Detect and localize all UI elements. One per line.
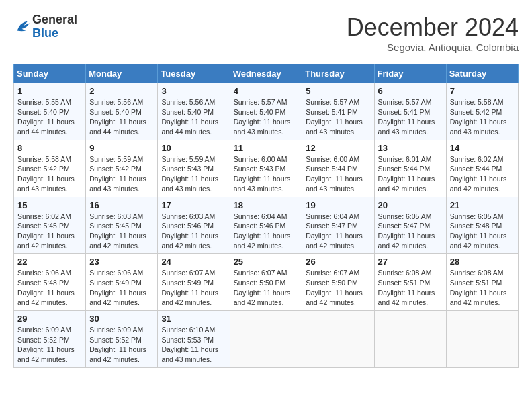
day-info: Sunrise: 6:05 AM Sunset: 5:48 PM Dayligh… [450,212,515,251]
calendar-cell: 10 Sunrise: 5:59 AM Sunset: 5:43 PM Dayl… [158,140,230,197]
day-info: Sunrise: 6:06 AM Sunset: 5:48 PM Dayligh… [17,268,82,308]
calendar-cell: 31 Sunrise: 6:10 AM Sunset: 5:53 PM Dayl… [158,311,230,368]
calendar-cell [374,311,446,368]
calendar-cell: 11 Sunrise: 6:00 AM Sunset: 5:43 PM Dayl… [230,140,302,197]
col-monday: Monday [86,64,158,83]
day-info: Sunrise: 6:09 AM Sunset: 5:52 PM Dayligh… [17,325,82,365]
calendar-cell: 24 Sunrise: 6:07 AM Sunset: 5:49 PM Dayl… [158,254,230,311]
calendar-week-row: 22 Sunrise: 6:06 AM Sunset: 5:48 PM Dayl… [14,254,519,311]
day-number: 13 [378,143,443,153]
calendar-cell: 6 Sunrise: 5:57 AM Sunset: 5:41 PM Dayli… [374,83,446,140]
calendar-cell: 19 Sunrise: 6:04 AM Sunset: 5:47 PM Dayl… [302,197,374,254]
day-number: 7 [450,86,515,96]
day-number: 20 [378,200,443,210]
logo-bird-icon [13,17,32,36]
calendar-cell [446,311,518,368]
day-info: Sunrise: 5:57 AM Sunset: 5:41 PM Dayligh… [378,97,443,137]
calendar-week-row: 15 Sunrise: 6:02 AM Sunset: 5:45 PM Dayl… [14,197,519,254]
day-number: 1 [17,86,82,96]
title-block: December 2024 Segovia, Antioquia, Colomb… [347,13,519,53]
day-number: 15 [17,200,82,210]
logo-general: General [32,13,77,27]
logo-text: General Blue [32,13,77,40]
calendar-cell: 13 Sunrise: 6:01 AM Sunset: 5:44 PM Dayl… [374,140,446,197]
day-info: Sunrise: 5:55 AM Sunset: 5:40 PM Dayligh… [17,97,82,137]
calendar-cell: 30 Sunrise: 6:09 AM Sunset: 5:52 PM Dayl… [86,311,158,368]
day-info: Sunrise: 5:59 AM Sunset: 5:42 PM Dayligh… [89,154,154,194]
calendar-cell: 27 Sunrise: 6:08 AM Sunset: 5:51 PM Dayl… [374,254,446,311]
col-thursday: Thursday [302,64,374,83]
calendar-cell: 26 Sunrise: 6:07 AM Sunset: 5:50 PM Dayl… [302,254,374,311]
day-info: Sunrise: 6:00 AM Sunset: 5:44 PM Dayligh… [306,154,370,194]
day-info: Sunrise: 6:00 AM Sunset: 5:43 PM Dayligh… [234,154,299,194]
calendar-cell: 28 Sunrise: 6:08 AM Sunset: 5:51 PM Dayl… [446,254,518,311]
day-info: Sunrise: 6:07 AM Sunset: 5:50 PM Dayligh… [306,268,370,308]
calendar-week-row: 8 Sunrise: 5:58 AM Sunset: 5:42 PM Dayli… [14,140,519,197]
month-title: December 2024 [347,13,519,42]
day-number: 21 [450,200,515,210]
day-number: 23 [89,257,154,267]
day-number: 16 [89,200,154,210]
calendar-week-row: 1 Sunrise: 5:55 AM Sunset: 5:40 PM Dayli… [14,83,519,140]
day-number: 19 [306,200,370,210]
day-info: Sunrise: 6:01 AM Sunset: 5:44 PM Dayligh… [378,154,443,194]
day-info: Sunrise: 6:08 AM Sunset: 5:51 PM Dayligh… [378,268,443,308]
day-number: 6 [378,86,443,96]
day-info: Sunrise: 6:03 AM Sunset: 5:46 PM Dayligh… [161,212,226,251]
calendar-cell [302,311,374,368]
day-number: 3 [161,86,226,96]
day-info: Sunrise: 6:09 AM Sunset: 5:52 PM Dayligh… [89,325,154,365]
day-number: 25 [234,257,299,267]
calendar-cell [230,311,302,368]
calendar-week-row: 29 Sunrise: 6:09 AM Sunset: 5:52 PM Dayl… [14,311,519,368]
logo: General Blue [13,13,77,40]
day-info: Sunrise: 5:57 AM Sunset: 5:41 PM Dayligh… [306,97,370,137]
calendar-cell: 15 Sunrise: 6:02 AM Sunset: 5:45 PM Dayl… [14,197,86,254]
day-info: Sunrise: 6:04 AM Sunset: 5:47 PM Dayligh… [306,212,370,251]
day-info: Sunrise: 5:57 AM Sunset: 5:40 PM Dayligh… [234,97,299,137]
day-number: 18 [234,200,299,210]
calendar-cell: 21 Sunrise: 6:05 AM Sunset: 5:48 PM Dayl… [446,197,518,254]
day-number: 5 [306,86,370,96]
calendar-cell: 12 Sunrise: 6:00 AM Sunset: 5:44 PM Dayl… [302,140,374,197]
col-sunday: Sunday [14,64,86,83]
calendar-cell: 20 Sunrise: 6:05 AM Sunset: 5:47 PM Dayl… [374,197,446,254]
day-number: 2 [89,86,154,96]
calendar-table: Sunday Monday Tuesday Wednesday Thursday… [13,64,519,368]
col-saturday: Saturday [446,64,518,83]
day-info: Sunrise: 5:59 AM Sunset: 5:43 PM Dayligh… [161,154,226,194]
day-number: 30 [89,314,154,324]
day-number: 9 [89,143,154,153]
day-info: Sunrise: 5:58 AM Sunset: 5:42 PM Dayligh… [450,97,515,137]
day-info: Sunrise: 6:03 AM Sunset: 5:45 PM Dayligh… [89,212,154,251]
col-wednesday: Wednesday [230,64,302,83]
day-info: Sunrise: 6:06 AM Sunset: 5:49 PM Dayligh… [89,268,154,308]
day-info: Sunrise: 5:58 AM Sunset: 5:42 PM Dayligh… [17,154,82,194]
calendar-cell: 7 Sunrise: 5:58 AM Sunset: 5:42 PM Dayli… [446,83,518,140]
calendar-cell: 25 Sunrise: 6:07 AM Sunset: 5:50 PM Dayl… [230,254,302,311]
calendar-cell: 18 Sunrise: 6:04 AM Sunset: 5:46 PM Dayl… [230,197,302,254]
calendar-cell: 17 Sunrise: 6:03 AM Sunset: 5:46 PM Dayl… [158,197,230,254]
day-info: Sunrise: 6:10 AM Sunset: 5:53 PM Dayligh… [161,325,226,365]
day-info: Sunrise: 6:08 AM Sunset: 5:51 PM Dayligh… [450,268,515,308]
logo-blue: Blue [32,27,77,40]
day-number: 17 [161,200,226,210]
day-info: Sunrise: 6:04 AM Sunset: 5:46 PM Dayligh… [234,212,299,251]
col-friday: Friday [374,64,446,83]
day-number: 14 [450,143,515,153]
day-number: 4 [234,86,299,96]
calendar-cell: 5 Sunrise: 5:57 AM Sunset: 5:41 PM Dayli… [302,83,374,140]
day-number: 27 [378,257,443,267]
calendar-cell: 16 Sunrise: 6:03 AM Sunset: 5:45 PM Dayl… [86,197,158,254]
day-number: 12 [306,143,370,153]
calendar-cell: 3 Sunrise: 5:56 AM Sunset: 5:40 PM Dayli… [158,83,230,140]
location: Segovia, Antioquia, Colombia [347,42,519,53]
day-number: 26 [306,257,370,267]
calendar-cell: 9 Sunrise: 5:59 AM Sunset: 5:42 PM Dayli… [86,140,158,197]
calendar-cell: 29 Sunrise: 6:09 AM Sunset: 5:52 PM Dayl… [14,311,86,368]
calendar-cell: 2 Sunrise: 5:56 AM Sunset: 5:40 PM Dayli… [86,83,158,140]
day-number: 28 [450,257,515,267]
day-number: 8 [17,143,82,153]
page-header: General Blue December 2024 Segovia, Anti… [13,13,519,53]
calendar-cell: 1 Sunrise: 5:55 AM Sunset: 5:40 PM Dayli… [14,83,86,140]
